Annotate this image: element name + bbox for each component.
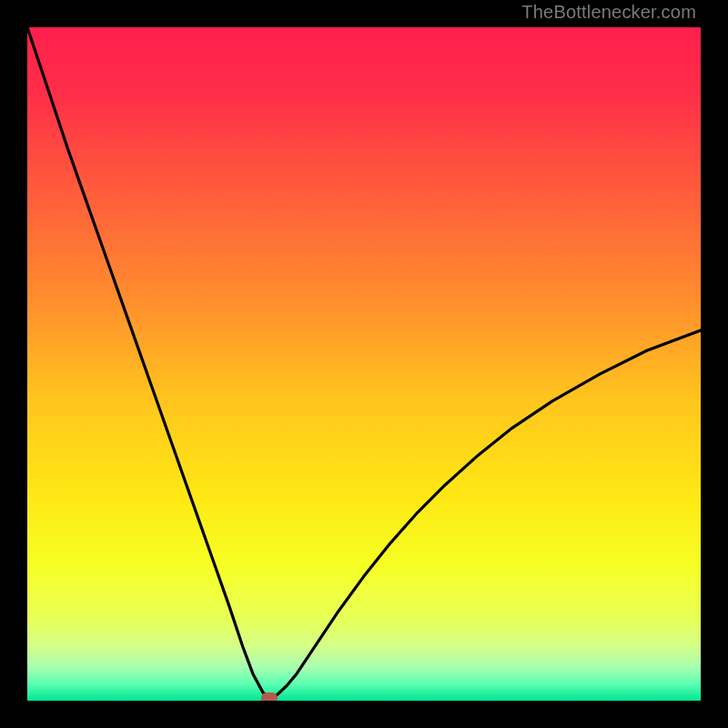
watermark-text: TheBottlenecker.com bbox=[521, 2, 696, 22]
outer-frame: TheBottlenecker.com bbox=[0, 0, 728, 728]
plot-area bbox=[27, 27, 701, 701]
minimum-marker bbox=[261, 693, 278, 701]
bottleneck-curve bbox=[27, 27, 701, 698]
watermark-container: TheBottlenecker.com bbox=[521, 2, 696, 23]
curve-layer bbox=[27, 27, 701, 701]
